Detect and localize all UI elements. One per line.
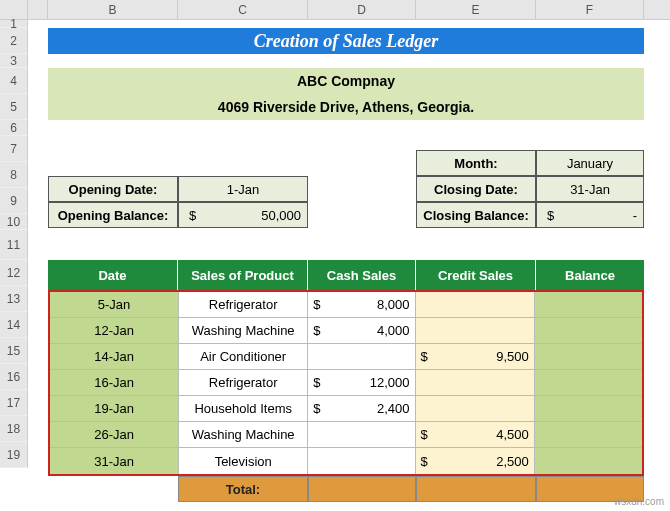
table-body: 5-JanRefrigerator$8,00012-JanWashing Mac… <box>48 290 644 476</box>
cell-date[interactable]: 16-Jan <box>50 370 179 395</box>
cell-credit[interactable] <box>416 370 535 395</box>
table-header-row: Date Sales of Product Cash Sales Credit … <box>48 260 644 290</box>
cell-date[interactable]: 14-Jan <box>50 344 179 369</box>
th-date: Date <box>48 260 178 290</box>
row-header[interactable]: 9 <box>0 188 28 214</box>
col-header-C[interactable]: C <box>178 0 308 19</box>
row-header[interactable]: 4 <box>0 68 28 94</box>
row-header[interactable]: 18 <box>0 416 28 442</box>
cell-balance[interactable] <box>535 396 642 421</box>
closing-balance-amount: - <box>592 208 637 223</box>
month-label: Month: <box>416 150 536 176</box>
row-header[interactable]: 6 <box>0 120 28 136</box>
row-header[interactable]: 17 <box>0 390 28 416</box>
cell-cash[interactable] <box>308 448 415 474</box>
closing-balance-label: Closing Balance: <box>416 202 536 228</box>
cell-date[interactable]: 19-Jan <box>50 396 179 421</box>
row-header[interactable]: 12 <box>0 260 28 286</box>
closing-date-row: Closing Date: 31-Jan <box>416 176 644 202</box>
row-header[interactable]: 16 <box>0 364 28 390</box>
cell-balance[interactable] <box>535 292 642 317</box>
sales-table: Date Sales of Product Cash Sales Credit … <box>48 260 644 502</box>
row-header[interactable]: 2 <box>0 28 28 54</box>
row-header[interactable]: 15 <box>0 338 28 364</box>
opening-balance-label: Opening Balance: <box>48 202 178 228</box>
col-header-D[interactable]: D <box>308 0 416 19</box>
cell-date[interactable]: 31-Jan <box>50 448 179 474</box>
cell-credit[interactable]: $4,500 <box>416 422 535 447</box>
opening-balance-row: Opening Balance: $ 50,000 <box>48 202 308 228</box>
cell-date[interactable]: 12-Jan <box>50 318 179 343</box>
cell-product[interactable]: Refrigerator <box>179 292 308 317</box>
row-header[interactable]: 19 <box>0 442 28 468</box>
cell-cash[interactable]: $2,400 <box>308 396 415 421</box>
cell-product[interactable]: Washing Machine <box>179 318 308 343</box>
th-cash: Cash Sales <box>308 260 416 290</box>
cell-credit[interactable]: $9,500 <box>416 344 535 369</box>
cell-cash[interactable]: $4,000 <box>308 318 415 343</box>
company-address: 4069 Riverside Drive, Athens, Georgia. <box>48 94 644 120</box>
opening-balance-amount: 50,000 <box>261 208 301 223</box>
company-block: ABC Compnay 4069 Riverside Drive, Athens… <box>48 68 644 120</box>
row-header-col: 1 2 3 4 5 6 7 8 9 10 11 12 13 14 15 16 1… <box>0 20 28 468</box>
table-row: 31-JanTelevision$2,500 <box>50 448 642 474</box>
closing-date-value[interactable]: 31-Jan <box>536 176 644 202</box>
column-header-row: B C D E F <box>0 0 670 20</box>
cell-cash[interactable]: $12,000 <box>308 370 415 395</box>
row-header[interactable]: 7 <box>0 136 28 162</box>
th-product: Sales of Product <box>178 260 308 290</box>
col-header-E[interactable]: E <box>416 0 536 19</box>
cell-date[interactable]: 5-Jan <box>50 292 179 317</box>
cell-product[interactable]: Air Conditioner <box>179 344 308 369</box>
cell-cash[interactable] <box>308 422 415 447</box>
cell-date[interactable]: 26-Jan <box>50 422 179 447</box>
total-cash[interactable] <box>308 476 416 502</box>
opening-date-value[interactable]: 1-Jan <box>178 176 308 202</box>
currency-symbol: $ <box>543 208 592 223</box>
cell-product[interactable]: Household Items <box>179 396 308 421</box>
month-row: Month: January <box>416 150 644 176</box>
cell-cash[interactable] <box>308 344 415 369</box>
row-header[interactable]: 3 <box>0 54 28 68</box>
row-header[interactable]: 10 <box>0 214 28 230</box>
cell-cash[interactable]: $8,000 <box>308 292 415 317</box>
cell-balance[interactable] <box>535 448 642 474</box>
cell-product[interactable]: Television <box>179 448 308 474</box>
table-row: 5-JanRefrigerator$8,000 <box>50 292 642 318</box>
month-value[interactable]: January <box>536 150 644 176</box>
row-header[interactable]: 13 <box>0 286 28 312</box>
cell-credit[interactable] <box>416 292 535 317</box>
opening-balance-value[interactable]: $ 50,000 <box>178 202 308 228</box>
total-credit[interactable] <box>416 476 536 502</box>
cell-balance[interactable] <box>535 318 642 343</box>
th-balance: Balance <box>536 260 644 290</box>
row-header[interactable]: 14 <box>0 312 28 338</box>
col-header-B[interactable]: B <box>48 0 178 19</box>
table-row: 16-JanRefrigerator$12,000 <box>50 370 642 396</box>
col-header-F[interactable]: F <box>536 0 644 19</box>
row-header[interactable]: 11 <box>0 230 28 260</box>
table-row: 26-JanWashing Machine$4,500 <box>50 422 642 448</box>
spreadsheet-grid: B C D E F 1 2 3 4 5 6 7 8 9 10 11 12 13 … <box>0 0 670 511</box>
opening-date-label: Opening Date: <box>48 176 178 202</box>
th-credit: Credit Sales <box>416 260 536 290</box>
opening-date-row: Opening Date: 1-Jan <box>48 176 308 202</box>
cell-balance[interactable] <box>535 370 642 395</box>
row-header[interactable]: 1 <box>0 20 28 28</box>
cell-product[interactable]: Washing Machine <box>179 422 308 447</box>
cell-balance[interactable] <box>535 422 642 447</box>
row-header[interactable]: 8 <box>0 162 28 188</box>
table-row: 14-JanAir Conditioner$9,500 <box>50 344 642 370</box>
total-blank <box>48 476 178 502</box>
cell-credit[interactable] <box>416 396 535 421</box>
cell-credit[interactable] <box>416 318 535 343</box>
col-header-A[interactable] <box>28 0 48 19</box>
cell-product[interactable]: Refrigerator <box>179 370 308 395</box>
total-label: Total: <box>178 476 308 502</box>
page-title: Creation of Sales Ledger <box>48 28 644 54</box>
cell-credit[interactable]: $2,500 <box>416 448 535 474</box>
cell-balance[interactable] <box>535 344 642 369</box>
closing-balance-row: Closing Balance: $ - <box>416 202 644 228</box>
row-header[interactable]: 5 <box>0 94 28 120</box>
closing-balance-value[interactable]: $ - <box>536 202 644 228</box>
